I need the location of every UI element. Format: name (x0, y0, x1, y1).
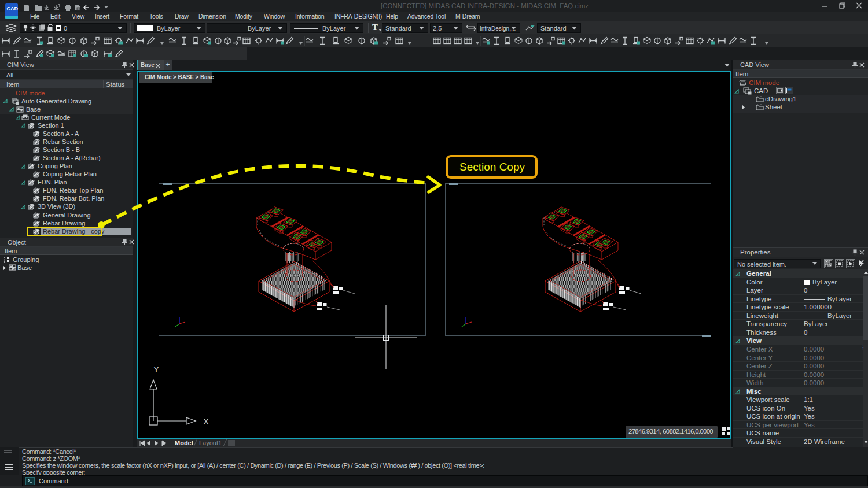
svg-text:Y: Y (153, 364, 159, 374)
svg-text:X: X (203, 416, 209, 426)
